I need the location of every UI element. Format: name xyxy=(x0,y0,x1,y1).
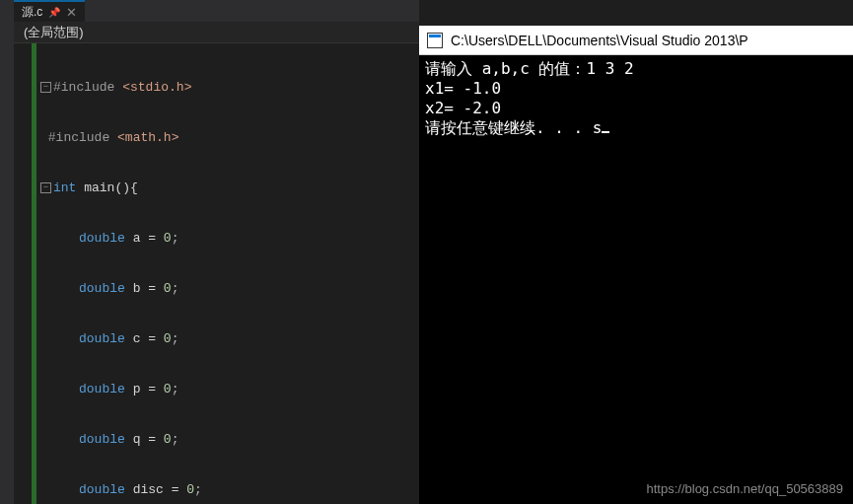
scope-selector[interactable]: (全局范围) xyxy=(14,22,419,43)
console-cursor xyxy=(602,131,609,133)
pin-icon[interactable]: 📌 xyxy=(48,7,60,18)
vertical-tab-well xyxy=(0,0,14,504)
tab-source-c[interactable]: 源.c 📌 ✕ xyxy=(14,0,85,22)
console-app-icon xyxy=(427,33,443,48)
tab-bar: 源.c 📌 ✕ xyxy=(14,0,419,22)
fold-icon[interactable]: − xyxy=(40,182,51,193)
console-output: 请输入 a,b,c 的值：1 3 2 x1= -1.0 x2= -2.0 请按任… xyxy=(419,55,853,142)
watermark: https://blog.csdn.net/qq_50563889 xyxy=(647,481,844,496)
close-icon[interactable]: ✕ xyxy=(66,5,77,20)
code-area[interactable]: −#include <stdio.h> #include <math.h> −i… xyxy=(14,43,419,504)
fold-icon[interactable]: − xyxy=(40,82,51,93)
console-window[interactable]: 请输入 a,b,c 的值：1 3 2 x1= -1.0 x2= -2.0 请按任… xyxy=(419,55,853,504)
scope-label: (全局范围) xyxy=(24,25,84,39)
code-editor-pane: 源.c 📌 ✕ (全局范围) −#include <stdio.h> #incl… xyxy=(0,0,419,504)
code-content[interactable]: −#include <stdio.h> #include <math.h> −i… xyxy=(36,43,419,504)
tab-label: 源.c xyxy=(22,4,42,21)
console-title: C:\Users\DELL\Documents\Visual Studio 20… xyxy=(451,33,748,48)
console-titlebar[interactable]: C:\Users\DELL\Documents\Visual Studio 20… xyxy=(419,26,853,55)
gutter xyxy=(14,43,32,504)
